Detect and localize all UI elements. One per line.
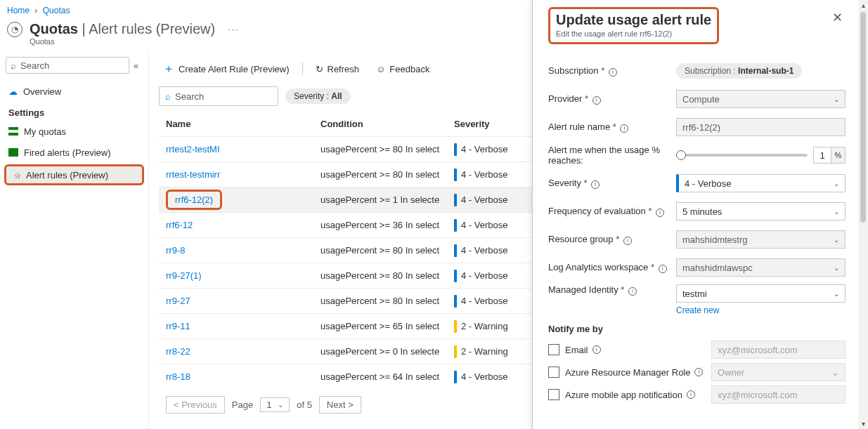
chevron-down-icon: ⌄ [834,236,839,244]
grid-search-input[interactable]: ⌕ Search [159,86,278,106]
rule-name-link[interactable]: rr9-11 [166,321,190,331]
label-resource-group: Resource group [548,234,614,244]
next-page-button[interactable]: Next > [319,396,361,414]
update-alert-panel: Update usage alert rule Edit the usage a… [532,0,868,429]
mobile-input[interactable]: xyz@microsoft.com [711,385,846,404]
scroll-up-icon[interactable]: ▴ [862,0,865,11]
severity-select[interactable]: 4 - Verbose⌄ [676,174,846,192]
more-actions-icon[interactable]: ··· [222,24,240,34]
usage-slider[interactable] [676,154,808,157]
breadcrumb-quotas[interactable]: Quotas [43,6,70,15]
info-icon[interactable]: i [591,180,600,189]
rule-name-link[interactable]: rr9-27(1) [166,270,202,281]
rule-name-link[interactable]: rrf6-12 [166,220,193,230]
page-title: Quotas | Alert rules (Preview) [30,21,215,37]
scroll-thumb[interactable] [860,12,866,223]
rule-name-link[interactable]: rrf6-12(2) [175,194,213,205]
info-icon[interactable]: i [694,368,703,376]
severity-indicator-icon [454,169,457,181]
label-subscription: Subscription [548,65,599,76]
severity-indicator-icon [454,219,457,232]
condition-cell: usagePercent >= 80 In select [320,144,454,154]
severity-indicator-icon [454,371,457,383]
sidebar-item-fired-alerts[interactable]: Fired alerts (Preview) [0,142,148,163]
rule-name-link[interactable]: rr9-8 [166,245,185,256]
slider-thumb-icon[interactable] [676,150,686,160]
severity-indicator-icon [454,320,457,333]
email-checkbox[interactable] [548,344,559,355]
arm-role-checkbox[interactable] [548,367,559,378]
info-icon[interactable]: i [609,68,617,77]
label-log-analytics: Log Analytics workspace [548,262,648,272]
collapse-sidebar-icon[interactable]: « [129,60,143,71]
search-icon: ⌕ [165,91,171,102]
resource-group-select[interactable]: mahshidmtestrg⌄ [676,230,846,249]
email-input[interactable]: xyz@microsoft.com [711,341,846,359]
sidebar-item-label: Fired alerts (Preview) [24,147,111,158]
create-new-link[interactable]: Create new [676,305,846,315]
quotas-icon: ◔ [7,22,22,37]
column-header-name[interactable]: Name [166,119,320,129]
rule-name-link[interactable]: rr8-18 [166,371,190,382]
pager-of-label: of 5 [297,400,312,410]
log-analytics-select[interactable]: mahshidmlawspc⌄ [676,258,846,277]
plus-icon: ＋ [163,62,174,77]
page-select[interactable]: 1⌄ [260,397,290,412]
info-icon[interactable]: i [592,96,601,105]
close-panel-button[interactable]: ✕ [832,7,846,25]
info-icon[interactable]: i [628,287,637,296]
column-header-condition[interactable]: Condition [320,119,454,129]
severity-filter-pill[interactable]: Severity : All [285,88,351,104]
feedback-button[interactable]: ☺ Feedback [372,61,434,77]
chevron-down-icon: ⌄ [834,95,839,103]
prev-page-button[interactable]: < Previous [166,396,225,414]
chevron-down-icon: ⌄ [834,208,839,216]
refresh-button[interactable]: ↻ Refresh [311,61,364,77]
chevron-down-icon: ⌄ [834,290,839,298]
mobile-app-checkbox[interactable] [548,389,559,400]
sidebar-item-alert-rules[interactable]: ⍾ Alert rules (Preview) [4,164,144,185]
label-email: Email [565,345,588,355]
sidebar-item-overview[interactable]: ☁ Overview [0,81,148,102]
severity-indicator-icon [454,345,457,358]
breadcrumb-home[interactable]: Home [7,6,30,15]
panel-scrollbar[interactable]: ▴ ▾ [858,0,868,429]
info-icon[interactable]: i [687,390,695,399]
list-icon [8,127,18,136]
bell-icon: ⍾ [15,170,20,180]
chevron-down-icon: ⌄ [831,367,839,378]
condition-cell: usagePercent >= 80 In select [320,169,454,180]
label-frequency: Frequency of evaluation [548,206,646,216]
label-alert-name: Alert rule name [548,121,610,132]
toolbar-separator [302,62,303,75]
condition-cell: usagePercent >= 80 In select [320,245,454,256]
info-icon[interactable]: i [656,209,664,217]
panel-title: Update usage alert rule [556,12,711,28]
sidebar-item-my-quotas[interactable]: My quotas [0,121,148,142]
info-icon[interactable]: i [623,237,632,245]
info-icon[interactable]: i [620,124,628,133]
condition-cell: usagePercent >= 64 In select [320,371,454,382]
alert-name-input[interactable]: rrf6-12(2) [676,118,846,136]
managed-identity-select[interactable]: testmi⌄ [676,284,846,303]
rule-name-link[interactable]: rr8-22 [166,346,190,357]
sidebar-search-input[interactable]: ⌕ Search [6,57,129,74]
condition-cell: usagePercent >= 36 In select [320,220,454,230]
create-alert-rule-button[interactable]: ＋ Create Alert Rule (Preview) [159,59,294,79]
provider-select[interactable]: Compute⌄ [676,90,846,108]
condition-cell: usagePercent >= 65 In select [320,321,454,331]
frequency-select[interactable]: 5 minutes⌄ [676,202,846,220]
chevron-down-icon: ⌄ [834,264,839,272]
info-icon[interactable]: i [592,345,601,354]
condition-cell: usagePercent >= 80 In select [320,296,454,306]
usage-value-input[interactable]: 1 % [813,147,846,164]
info-icon[interactable]: i [659,265,667,273]
rule-name-link[interactable]: rrtest-testmirr [166,169,220,180]
cloud-icon: ☁ [8,86,18,97]
label-managed-identity: Managed Identity [548,284,618,295]
rule-name-link[interactable]: rr9-27 [166,296,190,306]
rule-name-link[interactable]: rrtest2-testMI [166,144,220,154]
arm-role-select[interactable]: Owner⌄ [711,363,846,381]
scroll-down-icon[interactable]: ▾ [862,418,865,429]
severity-indicator-icon [454,295,457,308]
